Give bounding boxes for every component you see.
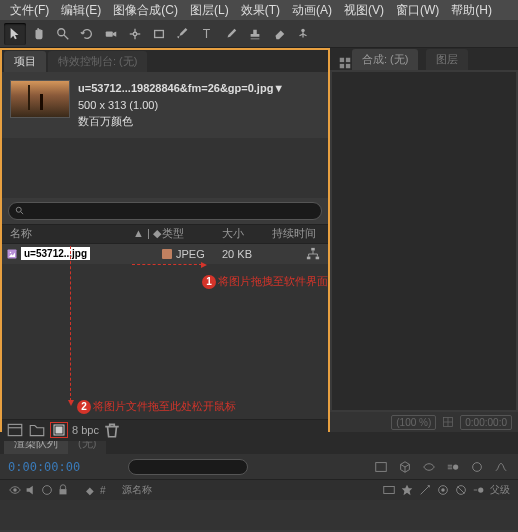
menu-layer[interactable]: 图层(L)	[184, 2, 235, 19]
visibility-column-icon[interactable]	[8, 483, 22, 497]
comp-nav-icon[interactable]	[338, 56, 352, 70]
menu-composition[interactable]: 图像合成(C)	[107, 2, 184, 19]
svg-rect-29	[340, 58, 344, 62]
lock-column-icon[interactable]	[56, 483, 70, 497]
text-tool-icon[interactable]: T	[196, 23, 218, 45]
tab-project[interactable]: 项目	[4, 51, 46, 72]
asset-type: JPEG	[176, 248, 205, 260]
timeline-toolbar	[372, 459, 510, 475]
composition-viewport[interactable]	[332, 72, 516, 410]
menu-help[interactable]: 帮助(H)	[445, 2, 498, 19]
parent-column[interactable]: 父级	[490, 483, 510, 497]
shy-icon[interactable]	[420, 459, 438, 475]
solo-column-icon[interactable]	[40, 483, 54, 497]
flowchart-icon[interactable]	[306, 247, 320, 261]
grid-toggle-icon[interactable]	[442, 416, 454, 428]
col-size[interactable]: 大小	[222, 226, 272, 241]
rotate-tool-icon[interactable]	[76, 23, 98, 45]
tab-composition[interactable]: 合成: (无)	[352, 49, 418, 70]
comp-mini-flowchart-icon[interactable]	[372, 459, 390, 475]
asset-list[interactable]: u=53712...jpg JPEG 20 KB 1将图片拖拽至软件界面 2将图…	[2, 244, 328, 419]
menu-animation[interactable]: 动画(A)	[286, 2, 338, 19]
timeline-panel: 渲染队列 (无) 0:00:00:00 ◆ # 源名称	[0, 432, 518, 530]
annotation-arrow-1	[70, 246, 71, 401]
tab-layer[interactable]: 图层	[426, 49, 468, 70]
annotation-callout-2: 2将图片文件拖至此处松开鼠标	[77, 399, 236, 414]
menu-bar: 文件(F) 编辑(E) 图像合成(C) 图层(L) 效果(T) 动画(A) 视图…	[0, 0, 518, 20]
svg-point-10	[301, 28, 305, 32]
brush-tool-icon[interactable]	[220, 23, 242, 45]
asset-dimensions: 500 x 313 (1.00)	[78, 97, 284, 114]
switches-icon-2[interactable]	[400, 483, 414, 497]
new-folder-icon[interactable]	[28, 422, 46, 438]
selection-tool-icon[interactable]	[4, 23, 26, 45]
svg-point-37	[453, 464, 458, 469]
zoom-level[interactable]: (100 %)	[391, 415, 436, 430]
annotation-arrow-2	[132, 264, 202, 265]
audio-column-icon[interactable]	[24, 483, 38, 497]
composition-tabs: 合成: (无) 图层	[330, 48, 518, 70]
camera-tool-icon[interactable]	[100, 23, 122, 45]
image-file-icon	[6, 248, 18, 260]
switches-icon-3[interactable]	[418, 483, 432, 497]
zoom-tool-icon[interactable]	[52, 23, 74, 45]
switches-icon-5[interactable]	[454, 483, 468, 497]
project-panel: 项目 特效控制台: (无) u=53712...19828846&fm=26&g…	[0, 48, 330, 432]
svg-rect-44	[60, 489, 67, 494]
svg-point-17	[10, 251, 12, 253]
svg-rect-19	[307, 256, 311, 259]
tool-bar: T	[0, 20, 518, 48]
hash-column: #	[100, 485, 106, 496]
menu-effect[interactable]: 效果(T)	[235, 2, 286, 19]
svg-point-14	[16, 207, 21, 212]
col-type[interactable]: 类型	[162, 226, 222, 241]
hand-tool-icon[interactable]	[28, 23, 50, 45]
menu-view[interactable]: 视图(V)	[338, 2, 390, 19]
current-time[interactable]: 0:00:00:00	[8, 460, 80, 474]
composition-status: (100 %) 0:00:00:0	[330, 412, 518, 432]
col-sort-icon[interactable]: ▲ | ◆	[132, 227, 162, 240]
svg-line-1	[64, 34, 68, 38]
svg-text:T: T	[203, 27, 211, 41]
switches-icon-6[interactable]	[472, 483, 486, 497]
svg-point-3	[133, 32, 137, 36]
new-composition-icon[interactable]	[50, 422, 68, 438]
project-footer: 8 bpc	[2, 419, 328, 441]
svg-line-15	[21, 211, 24, 214]
color-label-chip[interactable]	[162, 249, 172, 259]
timecode-display[interactable]: 0:00:00:0	[460, 415, 512, 430]
list-item[interactable]: u=53712...jpg JPEG 20 KB	[2, 244, 328, 264]
interpret-footage-icon[interactable]	[6, 422, 24, 438]
rect-tool-icon[interactable]	[148, 23, 170, 45]
switches-icon-1[interactable]	[382, 483, 396, 497]
eraser-tool-icon[interactable]	[268, 23, 290, 45]
motion-blur-icon[interactable]	[444, 459, 462, 475]
pen-tool-icon[interactable]	[172, 23, 194, 45]
menu-edit[interactable]: 编辑(E)	[55, 2, 107, 19]
main-area: 项目 特效控制台: (无) u=53712...19828846&fm=26&g…	[0, 48, 518, 432]
puppet-tool-icon[interactable]	[292, 23, 314, 45]
brainstorm-icon[interactable]	[468, 459, 486, 475]
svg-point-50	[478, 487, 483, 492]
delete-icon[interactable]	[103, 422, 121, 438]
svg-line-49	[458, 487, 465, 494]
menu-window[interactable]: 窗口(W)	[390, 2, 445, 19]
timeline-search[interactable]	[128, 459, 248, 475]
svg-point-41	[473, 462, 482, 471]
draft3d-icon[interactable]	[396, 459, 414, 475]
asset-list-header: 名称 ▲ | ◆ 类型 大小 持续时间	[2, 224, 328, 244]
svg-rect-18	[311, 247, 315, 250]
tab-effect-controls[interactable]: 特效控制台: (无)	[48, 51, 147, 72]
menu-file[interactable]: 文件(F)	[4, 2, 55, 19]
anchor-tool-icon[interactable]	[124, 23, 146, 45]
col-name[interactable]: 名称	[2, 226, 132, 241]
graph-editor-icon[interactable]	[492, 459, 510, 475]
col-duration[interactable]: 持续时间	[272, 226, 328, 241]
asset-filename: u=53712...19828846&fm=26&gp=0.jpg▼	[78, 80, 284, 97]
switches-icon-4[interactable]	[436, 483, 450, 497]
bit-depth[interactable]: 8 bpc	[72, 424, 99, 436]
source-name-column[interactable]: 源名称	[122, 483, 152, 497]
svg-point-0	[58, 28, 65, 35]
stamp-tool-icon[interactable]	[244, 23, 266, 45]
search-input[interactable]	[8, 202, 322, 220]
